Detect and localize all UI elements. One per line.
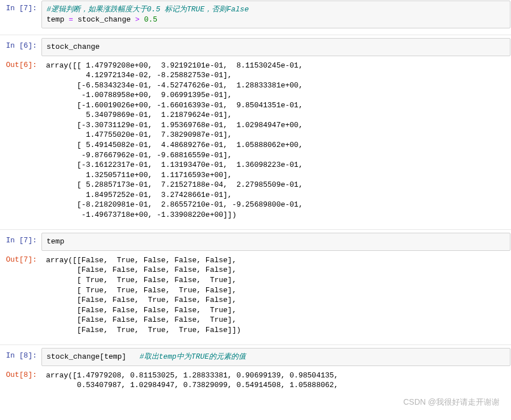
output-area: array([[ 1.47979208e+00, 3.92192101e-01,… xyxy=(41,57,510,224)
code-input[interactable]: stock_change xyxy=(41,38,510,56)
in-prompt: In [7]: xyxy=(1,233,41,251)
out-prompt: Out[6]: xyxy=(1,57,41,224)
input-cell[interactable]: In [6]: stock_change xyxy=(0,37,511,57)
input-cell[interactable]: In [7]: #逻辑判断，如果涨跌幅度大于0.5 标记为TRUE，否则Fals… xyxy=(0,0,511,29)
watermark: CSDN @我很好请走开谢谢 xyxy=(403,397,500,408)
output-area: array([1.47979208, 0.81153025, 1.2883338… xyxy=(41,367,510,394)
input-cell[interactable]: In [8]: stock_change[temp] #取出temp中为TRUE… xyxy=(0,347,511,367)
in-prompt: In [6]: xyxy=(1,38,41,56)
output-content: array([[ 1.47979208e+00, 3.92192101e-01,… xyxy=(46,61,506,220)
output-area: array([[False, True, False, False, False… xyxy=(41,252,510,338)
code-content: stock_change xyxy=(47,42,505,52)
output-cell: Out[6]: array([[ 1.47979208e+00, 3.92192… xyxy=(0,57,511,224)
code-content: temp xyxy=(47,237,505,247)
input-cell[interactable]: In [7]: temp xyxy=(0,232,511,251)
out-prompt: Out[8]: xyxy=(1,367,41,394)
code-input[interactable]: stock_change[temp] #取出temp中为TRUE的元素的值 xyxy=(41,348,510,366)
in-prompt: In [8]: xyxy=(1,348,41,366)
output-cell: Out[7]: array([[False, True, False, Fals… xyxy=(0,251,511,339)
code-content: #逻辑判断，如果涨跌幅度大于0.5 标记为TRUE，否则False temp =… xyxy=(47,5,505,24)
out-prompt: Out[7]: xyxy=(1,252,41,338)
output-content: array([1.47979208, 0.81153025, 1.2883338… xyxy=(46,371,506,390)
code-input[interactable]: #逻辑判断，如果涨跌幅度大于0.5 标记为TRUE，否则False temp =… xyxy=(41,1,510,28)
code-content: stock_change[temp] #取出temp中为TRUE的元素的值 xyxy=(47,352,505,362)
in-prompt: In [7]: xyxy=(1,1,41,28)
code-input[interactable]: temp xyxy=(41,233,510,251)
output-content: array([[False, True, False, False, False… xyxy=(46,255,506,335)
output-cell: Out[8]: array([1.47979208, 0.81153025, 1… xyxy=(0,367,511,394)
